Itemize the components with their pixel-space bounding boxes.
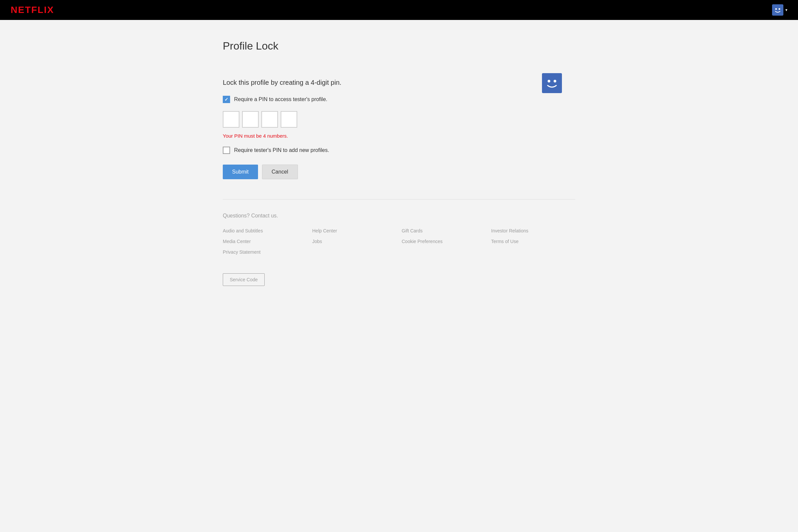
checkbox1-label: Require a PIN to access tester's profile… [234,96,327,102]
title-section: Profile Lock [223,40,278,65]
page-header: Profile Lock [223,40,575,65]
footer-link-cookie-prefs[interactable]: Cookie Preferences [402,239,486,244]
footer-col-2: Help Center Jobs [312,228,396,260]
svg-rect-0 [772,4,783,16]
checkbox2[interactable] [223,147,230,154]
footer-col-3: Gift Cards Cookie Preferences [402,228,486,260]
subtitle: Lock this profile by creating a 4-digit … [223,79,575,87]
pin-input-4[interactable] [281,111,297,128]
header-right: ▾ [772,4,787,16]
pin-input-1[interactable] [223,111,240,128]
smiley-icon-main [542,73,562,93]
pin-error-message: Your PIN must be 4 numbers. [223,133,575,139]
footer-link-media-center[interactable]: Media Center [223,239,307,244]
footer-link-audio[interactable]: Audio and Subtitles [223,228,307,233]
pin-input-3[interactable] [261,111,278,128]
contact-text: Questions? Contact us. [223,213,575,219]
footer-link-gift-cards[interactable]: Gift Cards [402,228,486,233]
checkmark1: ✓ [225,97,228,102]
button-row: Submit Cancel [223,165,575,179]
submit-button[interactable]: Submit [223,165,258,179]
footer-link-investor-relations[interactable]: Investor Relations [491,228,575,233]
footer-link-terms[interactable]: Terms of Use [491,239,575,244]
svg-point-1 [775,8,777,10]
footer-link-privacy[interactable]: Privacy Statement [223,249,307,255]
footer-link-jobs[interactable]: Jobs [312,239,396,244]
page-title: Profile Lock [223,40,278,52]
checkbox1[interactable]: ✓ [223,96,230,103]
svg-point-5 [554,80,556,82]
checkbox1-row: ✓ Require a PIN to access tester's profi… [223,96,575,103]
profile-avatar-header[interactable] [772,4,783,16]
service-code-button[interactable]: Service Code [223,273,265,286]
footer-links-grid: Audio and Subtitles Media Center Privacy… [223,228,575,260]
profile-avatar-main [542,73,562,93]
svg-point-2 [779,8,780,10]
smiley-icon-header [772,4,783,16]
checkbox2-row: Require tester's PIN to add new profiles… [223,147,575,154]
site-header: NETFLIX ▾ [0,0,798,20]
footer-link-help[interactable]: Help Center [312,228,396,233]
footer-divider [223,199,575,200]
dropdown-arrow[interactable]: ▾ [785,8,787,12]
checkbox2-label: Require tester's PIN to add new profiles… [234,147,329,153]
footer: Questions? Contact us. Audio and Subtitl… [223,213,575,306]
footer-col-4: Investor Relations Terms of Use [491,228,575,260]
pin-container [223,111,575,128]
pin-input-2[interactable] [242,111,259,128]
footer-col-1: Audio and Subtitles Media Center Privacy… [223,228,307,260]
svg-point-4 [548,80,550,82]
svg-rect-3 [542,73,562,93]
cancel-button[interactable]: Cancel [262,165,298,179]
netflix-logo: NETFLIX [11,5,54,15]
